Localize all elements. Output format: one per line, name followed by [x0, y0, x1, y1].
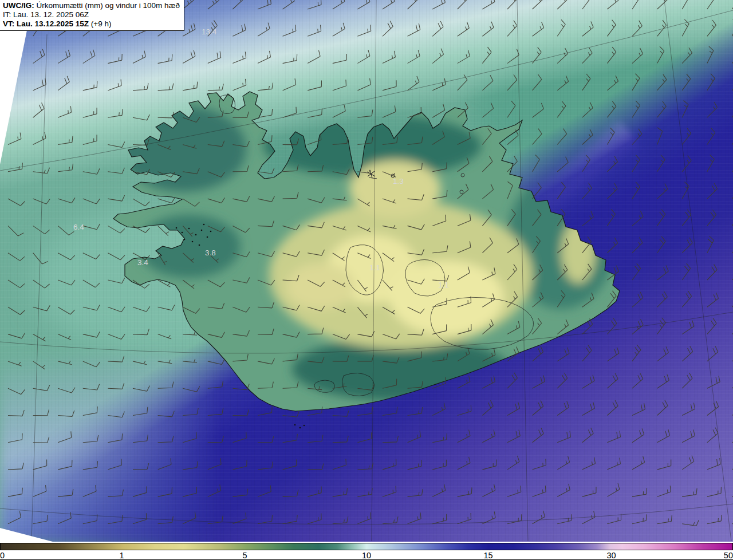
precip-label-1.1: 1.1	[438, 281, 449, 289]
colorbar-tick-30: 30	[606, 551, 616, 560]
precip-label-1.1: 1.1	[369, 263, 380, 272]
colorbar-tick-5: 5	[242, 551, 247, 560]
precip-label-6.4: 6.4	[73, 223, 84, 231]
title-line-3-valid-time: VT: Lau. 13.12.2025 15Z (+9 h)	[3, 19, 180, 29]
precip-label-1.3: 1.3	[393, 177, 404, 186]
precipitation-wind-map: 13.46.43.83.41.31.11.1	[0, 0, 733, 542]
colorbar-tick-50: 50	[724, 551, 733, 560]
product-description: Úrkomumætti (mm) og vindur i 100m hæð	[34, 1, 180, 10]
valid-time: VT: Lau. 13.12.2025 15Z	[3, 19, 89, 28]
precip-label-13.4: 13.4	[202, 27, 217, 36]
precip-label-3.8: 3.8	[205, 249, 216, 257]
colorbar-tick-10: 10	[362, 551, 371, 560]
map-vector-overlay: 13.46.43.83.41.31.11.1	[0, 0, 733, 542]
colorbar-tick-0: 0	[0, 551, 5, 560]
weather-map-page: 13.46.43.83.41.31.11.1 UWC/IG: Úrkomumæt…	[0, 0, 733, 560]
map-title-box: UWC/IG: Úrkomumætti (mm) og vindur i 100…	[0, 0, 184, 31]
colorbar-tick-1: 1	[119, 551, 124, 560]
colorbar-area: 01510153050	[0, 542, 733, 560]
title-line-2-init-time: IT: Lau. 13. 12. 2025 06Z	[3, 10, 180, 19]
colorbar-tick-labels: 01510153050	[0, 551, 733, 560]
title-line-1: UWC/IG: Úrkomumætti (mm) og vindur i 100…	[3, 1, 180, 10]
precip-label-3.4: 3.4	[137, 258, 148, 267]
model-name: UWC/IG:	[3, 1, 34, 10]
colorbar-tick-15: 15	[483, 551, 492, 560]
lead-time: (+9 h)	[89, 19, 111, 28]
precip-colorbar	[0, 543, 733, 550]
